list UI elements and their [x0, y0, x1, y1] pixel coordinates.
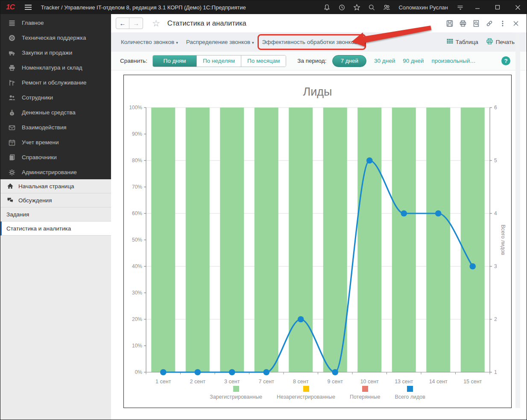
truck-icon: [8, 49, 16, 57]
sidebar-section-item[interactable]: Главное: [0, 15, 111, 30]
save-icon[interactable]: [445, 19, 454, 27]
sidebar-section-item[interactable]: Закупки и продажи: [0, 45, 111, 60]
sidebar-section-item[interactable]: sДенежные средства: [0, 105, 111, 120]
maximize-button[interactable]: [491, 2, 504, 13]
svg-text:5: 5: [494, 158, 497, 163]
search-icon[interactable]: [368, 3, 375, 11]
forward-button[interactable]: →: [129, 18, 143, 29]
report-tab[interactable]: Распределение звонков▾: [185, 38, 255, 46]
report-tab[interactable]: Количество звонков▾: [120, 38, 179, 46]
chart-legend: ЗарегистрированныеНезарегистрированныеПо…: [124, 386, 511, 400]
1c-logo: 1С: [6, 3, 15, 12]
favorites-star-icon[interactable]: [353, 3, 360, 11]
svg-text:s: s: [11, 112, 13, 115]
sidebar-section-label: Учет времени: [22, 139, 59, 146]
legend-label: Незарегистрированные: [277, 394, 335, 400]
flags-icon: [8, 79, 16, 87]
print-report-label: Печать: [496, 39, 515, 45]
minimize-button[interactable]: [471, 2, 484, 13]
legend-item: Потерянные: [350, 386, 381, 400]
close-window-button[interactable]: [511, 2, 524, 13]
sidebar-page-item[interactable]: Статистика и аналитика: [0, 222, 111, 236]
legend-label: Потерянные: [350, 394, 381, 400]
sidebar-section-item[interactable]: Сотрудники: [0, 90, 111, 105]
legend-swatch: [407, 386, 413, 392]
table-view-button[interactable]: Таблица: [447, 38, 478, 46]
sidebar-section-label: Взаимодействия: [22, 124, 67, 131]
svg-text:30%: 30%: [132, 290, 142, 296]
help-icon[interactable]: ?: [501, 56, 510, 65]
compare-segmented-control: По днямПо неделямПо месяцам: [152, 55, 286, 67]
sidebar-page-label: Задания: [6, 211, 29, 218]
sidebar-section-item[interactable]: Взаимодействия: [0, 120, 111, 135]
close-page-icon[interactable]: [512, 19, 520, 27]
legend-item: Незарегистрированные: [277, 386, 335, 400]
svg-text:1: 1: [494, 369, 497, 375]
svg-text:10 сент: 10 сент: [360, 379, 379, 385]
svg-text:1 сент: 1 сент: [155, 379, 171, 385]
sidebar-page-label: Статистика и аналитика: [6, 225, 71, 232]
sidebar-section-item[interactable]: Техническая поддержка: [0, 30, 111, 45]
svg-text:70%: 70%: [132, 184, 142, 190]
back-button[interactable]: ←: [116, 18, 129, 29]
svg-text:9 сент: 9 сент: [328, 379, 343, 385]
period-label: За период:: [297, 58, 326, 64]
print-report-button[interactable]: Печать: [486, 38, 515, 46]
sidebar-section-item[interactable]: Ремонт и обслуживание: [0, 75, 111, 90]
sidebar-section-label: Администрирование: [22, 169, 77, 175]
legend-label: Зарегистрированные: [210, 394, 262, 400]
users-icon[interactable]: [383, 3, 390, 11]
gear-icon: [8, 169, 16, 176]
sidebar: ГлавноеТехническая поддержкаЗакупки и пр…: [0, 14, 111, 420]
report-tab[interactable]: Эффективность обработки звонков▾: [261, 38, 362, 46]
sidebar-page-item[interactable]: Обсуждения: [0, 193, 111, 207]
sidebar-section-label: Ремонт и обслуживание: [22, 79, 87, 86]
sidebar-page-item[interactable]: Начальная страница: [0, 179, 111, 193]
sidebar-section-item[interactable]: Номенклатура и склад: [0, 60, 111, 75]
compare-option-button[interactable]: По месяцам: [241, 55, 286, 67]
current-user-name[interactable]: Соломахин Руслан: [398, 4, 448, 11]
sidebar-section-item[interactable]: Справочники: [0, 150, 111, 165]
sidebar-page-label: Начальная страница: [18, 183, 74, 190]
vertical-scrollbar[interactable]: [515, 32, 520, 408]
sidebar-section-item[interactable]: Администрирование: [0, 165, 111, 180]
warehouse-icon: [8, 64, 16, 72]
svg-text:10%: 10%: [132, 343, 142, 349]
svg-text:3 сент: 3 сент: [224, 379, 240, 385]
books-icon: [8, 154, 16, 161]
legend-swatch: [362, 386, 368, 392]
history-nav-buttons: ← →: [116, 18, 143, 29]
main-menu-icon[interactable]: [25, 5, 32, 10]
svg-text:50%: 50%: [132, 237, 142, 243]
svg-text:14 сент: 14 сент: [429, 379, 448, 385]
compare-option-button[interactable]: По дням: [153, 55, 197, 67]
print-preview-icon[interactable]: [472, 19, 480, 27]
compare-option-button[interactable]: По неделям: [197, 55, 241, 67]
svg-text:4: 4: [494, 210, 497, 216]
period-option-link[interactable]: 30 дней: [374, 58, 395, 64]
printer-icon: [486, 38, 493, 46]
period-option-link[interactable]: 90 дней: [403, 58, 424, 64]
period-option-selected[interactable]: 7 дней: [332, 55, 366, 67]
legend-swatch: [303, 386, 309, 392]
print-icon[interactable]: [459, 19, 467, 27]
sidebar-section-item[interactable]: 7Учет времени: [0, 135, 111, 150]
more-menu-icon[interactable]: [498, 19, 507, 27]
notifications-bell-icon[interactable]: [323, 3, 331, 11]
mail-icon: [8, 124, 16, 131]
table-icon: [447, 38, 453, 46]
sidebar-section-label: Денежные средства: [22, 109, 76, 116]
svg-text:7 сент: 7 сент: [259, 379, 275, 385]
history-icon[interactable]: [338, 3, 345, 11]
page-title: Статистика и аналитика: [167, 19, 246, 27]
period-option-link[interactable]: произвольный…: [431, 58, 475, 64]
chevron-down-icon: ▾: [176, 41, 178, 45]
sidebar-page-item[interactable]: Задания: [0, 207, 111, 222]
svg-text:8 сент: 8 сент: [293, 379, 309, 385]
report-content: Лиды 0%10%20%30%40%50%60%70%80%90%100%12…: [111, 70, 527, 420]
service-menu-icon[interactable]: [456, 3, 464, 11]
favorite-star-icon[interactable]: ☆: [152, 19, 160, 28]
leads-chart: Лиды 0%10%20%30%40%50%60%70%80%90%100%12…: [123, 75, 512, 408]
link-icon[interactable]: [485, 19, 493, 27]
svg-text:100%: 100%: [129, 105, 142, 111]
